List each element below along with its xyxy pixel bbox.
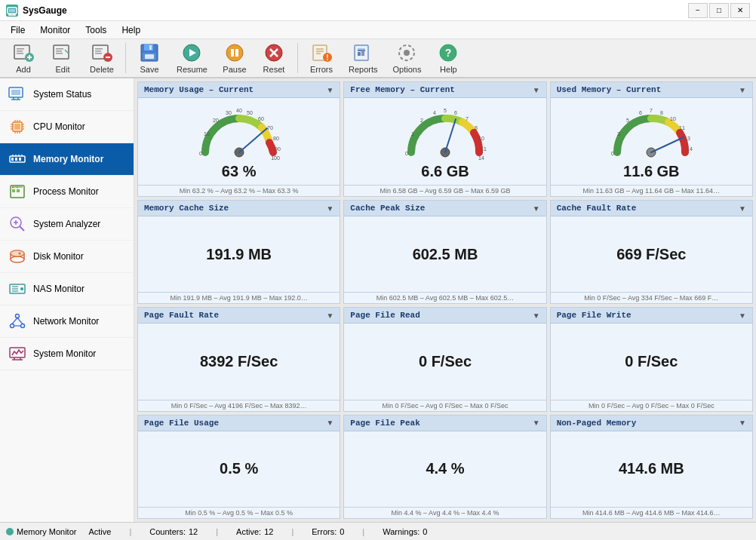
gauge-body-free-memory: 0 1 2 4 5 6 7 8 10 11 14 6.6 GB bbox=[344, 98, 545, 185]
toolbar-sep-1 bbox=[125, 43, 126, 73]
sidebar-item-system-status[interactable]: System Status bbox=[0, 78, 134, 111]
delete-button[interactable]: Delete bbox=[83, 38, 121, 78]
metric-stats-memory-cache-size: Min 191.9 MB – Avg 191.9 MB – Max 192.0… bbox=[138, 292, 340, 303]
minimize-button[interactable]: − bbox=[688, 3, 708, 18]
app-title: SysGauge bbox=[23, 5, 67, 16]
gauge-dropdown-used-memory[interactable]: ▼ bbox=[739, 86, 746, 94]
metric-title-non-paged-memory: Non-Paged Memory bbox=[557, 419, 637, 428]
sidebar-item-network-monitor[interactable]: Network Monitor bbox=[0, 305, 134, 338]
gauge-card-free-memory: Free Memory – Current ▼ 0 1 2 4 5 6 7 8 bbox=[343, 81, 546, 197]
svg-text:!: ! bbox=[326, 54, 328, 62]
gauge-card-used-memory: Used Memory – Current ▼ 0 3 5 6 7 8 10 1… bbox=[550, 81, 753, 197]
sidebar-item-cpu-monitor[interactable]: CPU Monitor bbox=[0, 111, 134, 143]
menu-file[interactable]: File bbox=[3, 23, 32, 37]
statusbar: Memory Monitor Active | Counters: 12 | A… bbox=[0, 522, 756, 540]
status-sep-3: | bbox=[291, 527, 293, 536]
options-button[interactable]: Options bbox=[386, 38, 429, 78]
help-button[interactable]: ? Help bbox=[429, 38, 467, 78]
pause-button[interactable]: Pause bbox=[216, 38, 254, 78]
metric-dropdown-page-file-read[interactable]: ▼ bbox=[533, 311, 540, 320]
metric-header-page-file-usage: Page File Usage ▼ bbox=[138, 416, 340, 431]
content-area: Memory Usage – Current ▼ bbox=[134, 78, 756, 522]
status-monitor-seg: Memory Monitor bbox=[6, 527, 76, 536]
svg-rect-72 bbox=[15, 158, 17, 161]
save-button[interactable]: Save bbox=[131, 38, 168, 78]
gauge-title-free-memory: Free Memory – Current bbox=[350, 85, 455, 94]
svg-text:10: 10 bbox=[670, 116, 676, 121]
svg-text:40: 40 bbox=[236, 108, 242, 113]
maximize-button[interactable]: □ bbox=[709, 3, 729, 18]
metric-value-page-file-peak: 4.4 % bbox=[426, 460, 464, 477]
svg-rect-11 bbox=[17, 53, 23, 54]
sidebar-item-memory-monitor[interactable]: Memory Monitor bbox=[0, 143, 134, 176]
svg-text:1: 1 bbox=[411, 131, 414, 137]
svg-text:0: 0 bbox=[611, 151, 614, 156]
svg-text:11: 11 bbox=[679, 125, 685, 130]
metric-dropdown-page-fault-rate[interactable]: ▼ bbox=[326, 311, 333, 320]
svg-text:4: 4 bbox=[433, 110, 436, 115]
svg-rect-27 bbox=[145, 54, 154, 59]
metric-dropdown-non-paged-memory[interactable]: ▼ bbox=[739, 419, 746, 427]
edit-button[interactable]: Edit bbox=[44, 38, 81, 78]
status-warnings-key: Warnings: bbox=[383, 527, 419, 536]
gauge-dropdown-free-memory[interactable]: ▼ bbox=[533, 86, 540, 94]
metric-dropdown-memory-cache-size[interactable]: ▼ bbox=[326, 204, 333, 213]
metric-dropdown-cache-fault-rate[interactable]: ▼ bbox=[739, 204, 746, 213]
metric-card-page-file-read: Page File Read ▼ 0 F/Sec Min 0 F/Sec – A… bbox=[343, 307, 546, 411]
svg-text:20: 20 bbox=[213, 118, 219, 123]
metric-dropdown-cache-peak-size[interactable]: ▼ bbox=[533, 204, 540, 213]
metric-dropdown-page-file-peak[interactable]: ▼ bbox=[533, 419, 540, 427]
svg-text:13: 13 bbox=[684, 136, 690, 141]
metric-value-non-paged-memory: 414.6 MB bbox=[619, 460, 684, 477]
sidebar-item-system-monitor[interactable]: System Monitor bbox=[0, 338, 134, 370]
svg-rect-25 bbox=[149, 45, 152, 50]
gauge-dropdown-memory-usage[interactable]: ▼ bbox=[326, 86, 333, 94]
svg-text:5: 5 bbox=[626, 118, 629, 123]
svg-text:7: 7 bbox=[650, 108, 653, 113]
menu-tools[interactable]: Tools bbox=[78, 23, 114, 37]
metric-title-page-file-write: Page File Write bbox=[557, 311, 632, 320]
svg-line-123 bbox=[239, 128, 267, 152]
metric-title-page-file-usage: Page File Usage bbox=[144, 419, 219, 428]
metric-header-cache-fault-rate: Cache Fault Rate ▼ bbox=[551, 201, 752, 216]
svg-text:?: ? bbox=[445, 47, 452, 59]
close-button[interactable]: ✕ bbox=[730, 3, 750, 18]
status-sep-4: | bbox=[362, 527, 364, 536]
metric-stats-non-paged-memory: Min 414.6 MB – Avg 414.6 MB – Max 414.6… bbox=[551, 507, 752, 518]
metric-title-cache-fault-rate: Cache Fault Rate bbox=[557, 204, 637, 213]
metric-title-page-fault-rate: Page Fault Rate bbox=[144, 311, 219, 320]
svg-rect-22 bbox=[95, 53, 102, 54]
status-counters-value: 12 bbox=[189, 527, 198, 536]
metric-dropdown-page-file-write[interactable]: ▼ bbox=[739, 311, 746, 320]
svg-text:14: 14 bbox=[687, 146, 693, 152]
gauge-title-used-memory: Used Memory – Current bbox=[557, 85, 662, 94]
menu-help[interactable]: Help bbox=[114, 23, 148, 37]
metric-dropdown-page-file-usage[interactable]: ▼ bbox=[326, 419, 333, 427]
sidebar-item-nas-monitor[interactable]: NAS Monitor bbox=[0, 273, 134, 305]
metric-card-non-paged-memory: Non-Paged Memory ▼ 414.6 MB Min 414.6 MB… bbox=[550, 415, 753, 519]
menu-monitor[interactable]: Monitor bbox=[32, 23, 78, 37]
nas-monitor-icon bbox=[8, 279, 27, 299]
resume-icon bbox=[181, 42, 202, 63]
metric-body-non-paged-memory: 414.6 MB bbox=[551, 431, 752, 507]
reset-button[interactable]: Reset bbox=[255, 38, 293, 78]
errors-button[interactable]: ! Errors bbox=[303, 38, 340, 78]
main-layout: System Status bbox=[0, 78, 756, 522]
add-button[interactable]: Add bbox=[5, 38, 42, 78]
sidebar-label-disk-monitor: Disk Monitor bbox=[33, 251, 84, 262]
sidebar-item-disk-monitor[interactable]: Disk Monitor bbox=[0, 241, 134, 273]
errors-icon: ! bbox=[311, 42, 332, 63]
add-icon bbox=[13, 42, 34, 63]
metric-header-page-file-peak: Page File Peak ▼ bbox=[344, 416, 545, 431]
metric-body-page-file-peak: 4.4 % bbox=[344, 431, 545, 507]
svg-point-93 bbox=[11, 250, 24, 256]
metric-card-page-file-write: Page File Write ▼ 0 F/Sec Min 0 F/Sec – … bbox=[550, 307, 753, 411]
sidebar-item-system-analyzer[interactable]: System Analyzer bbox=[0, 208, 134, 241]
gauge-stats-memory-usage: Min 63.2 % – Avg 63.2 % – Max 63.3 % bbox=[138, 185, 340, 196]
reports-button[interactable]: Reports bbox=[342, 38, 385, 78]
sidebar-item-process-monitor[interactable]: Process Monitor bbox=[0, 176, 134, 208]
resume-button[interactable]: Resume bbox=[170, 38, 214, 78]
gauge-value-free-memory: 6.6 GB bbox=[421, 163, 469, 180]
metric-body-cache-fault-rate: 669 F/Sec bbox=[551, 216, 752, 292]
sidebar-label-network-monitor: Network Monitor bbox=[33, 316, 99, 327]
